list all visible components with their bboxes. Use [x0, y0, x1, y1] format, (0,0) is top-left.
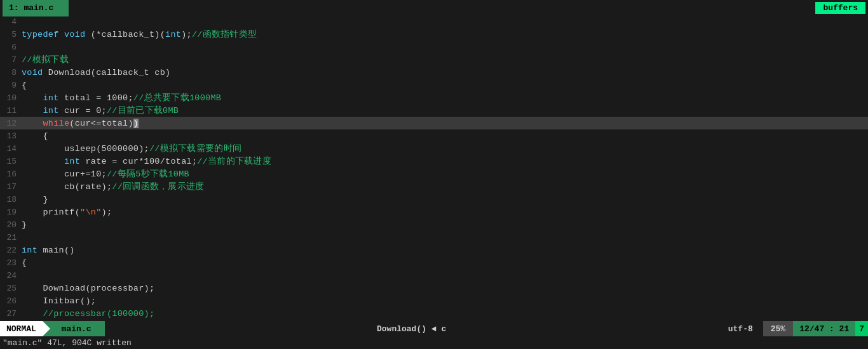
line-23: 23 { [0, 256, 868, 269]
bottom-message: "main.c" 47L, 904C written [0, 336, 868, 349]
line-4: 4 [0, 15, 868, 28]
line-9: 9 { [0, 79, 868, 91]
line-15: 15 int rate = cur*100/total;//当前的下载进度 [0, 155, 868, 168]
line-24: 24 [0, 269, 868, 282]
editor: 1: main.c buffers 4 5 typedef void (*cal… [0, 0, 868, 349]
line-5: 5 typedef void (*callback_t)(int);//函数指针… [0, 28, 868, 41]
line-13: 13 { [0, 129, 868, 142]
line-14: 14 usleep(5000000);//模拟下载需要的时间 [0, 142, 868, 155]
status-filename-arrow [97, 321, 105, 336]
status-encoding: utf-8 [718, 321, 763, 336]
line-12: 12 while(cur<=total)) [0, 117, 868, 129]
code-area: 4 5 typedef void (*callback_t)(int);//函数… [0, 15, 868, 321]
line-21: 21 [0, 231, 868, 244]
line-16: 16 cur+=10;//每隔5秒下载10MB [0, 168, 868, 180]
line-19: 19 printf("\n"); [0, 206, 868, 218]
buffers-button[interactable]: buffers [815, 2, 865, 14]
line-8: 8 void Download(callback_t cb) [0, 66, 868, 79]
line-17: 17 cb(rate);//回调函数，展示进度 [0, 180, 868, 193]
line-22: 22 int main() [0, 244, 868, 256]
line-25: 25 Download(processbar); [0, 282, 868, 294]
tab-arrow [55, 0, 62, 15]
status-position: 12/47 : 21 [793, 321, 855, 336]
tab-bar: 1: main.c buffers [0, 0, 868, 15]
active-tab[interactable]: 1: main.c [3, 0, 69, 16]
line-18: 18 } [0, 193, 868, 206]
status-col: 7 [855, 321, 868, 336]
status-mode-arrow [43, 321, 50, 336]
line-7: 7 //模拟下载 [0, 53, 868, 66]
line-26: 26 Initbar(); [0, 294, 868, 307]
status-percent: 25% [763, 321, 793, 336]
status-center-info: Download() ◄ c [105, 321, 717, 336]
status-bar: NORMAL main.c Download() ◄ c utf-8 25% 1… [0, 321, 868, 336]
line-6: 6 [0, 41, 868, 53]
line-11: 11 int cur = 0;//目前已下载0MB [0, 104, 868, 117]
status-filename: main.c [50, 321, 98, 336]
line-27: 27 //processbar(100000); [0, 307, 868, 320]
line-10: 10 int total = 1000;//总共要下载1000MB [0, 91, 868, 104]
status-mode: NORMAL [0, 321, 43, 336]
line-20: 20 } [0, 218, 868, 231]
tab-label: 1: main.c [9, 3, 53, 13]
